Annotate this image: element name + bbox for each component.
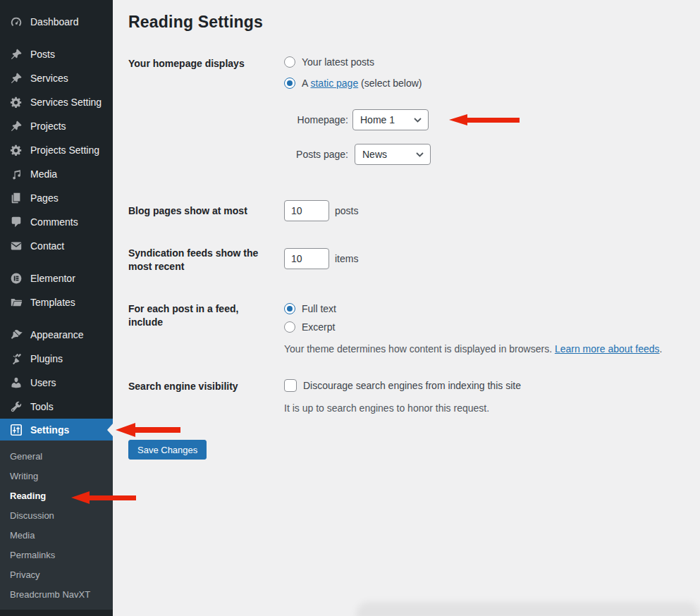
email-icon — [10, 240, 23, 252]
sidebar-item-posts[interactable]: Posts — [0, 42, 113, 66]
discourage-indexing-row[interactable]: Discourage search engines from indexing … — [284, 379, 521, 392]
submenu-item-breadcrumb-navxt[interactable]: Breadcrumb NavXT — [0, 585, 113, 605]
radio-circle[interactable] — [284, 321, 295, 333]
sidebar-item-label: Plugins — [30, 353, 63, 364]
media-icon — [10, 168, 23, 180]
syndication-unit: items — [335, 253, 358, 264]
sidebar-item-label: Projects — [30, 121, 66, 132]
sidebar-item-templates[interactable]: Templates — [0, 290, 113, 314]
sidebar-item-label: Templates — [30, 297, 75, 308]
search-visibility-note: It is up to search engines to honor this… — [284, 402, 489, 414]
chevron-down-icon — [414, 118, 422, 123]
sidebar-item-plugins[interactable]: Plugins — [0, 347, 113, 371]
sidebar-item-dashboard[interactable]: Dashboard — [0, 10, 113, 34]
radio-circle-checked[interactable] — [284, 303, 295, 314]
radio-circle[interactable] — [284, 56, 295, 68]
appearance-icon — [10, 328, 23, 341]
pin-icon — [10, 120, 23, 133]
blog-pages-label: Blog pages show at most — [128, 204, 269, 218]
homepage-select-label: Homepage: — [240, 114, 348, 125]
radio-excerpt-label[interactable]: Excerpt — [302, 321, 335, 333]
discourage-checkbox[interactable] — [284, 379, 297, 392]
sidebar-item-label: Services Setting — [30, 97, 102, 108]
sidebar-item-label: Tools — [30, 401, 54, 412]
blog-pages-input[interactable] — [284, 200, 329, 221]
radio-latest-posts[interactable]: Your latest posts — [284, 56, 374, 68]
annotation-arrow-reading — [71, 491, 136, 504]
radio-circle-checked[interactable] — [284, 78, 295, 89]
templates-icon — [10, 296, 23, 309]
plugins-icon — [10, 352, 23, 365]
sidebar-item-label: Elementor — [30, 273, 75, 284]
homepage-select[interactable]: Home 1 — [352, 109, 429, 130]
feed-note-text: Your theme determines how content is dis… — [284, 343, 555, 355]
submenu-item-permalinks[interactable]: Permalinks — [0, 546, 113, 565]
posts-page-select[interactable]: News — [355, 144, 431, 165]
sidebar-item-comments[interactable]: Comments — [0, 210, 113, 234]
sidebar-item-label: Appearance — [30, 329, 84, 340]
pin-icon — [10, 48, 23, 61]
settings-content: Reading Settings Your homepage displays … — [113, 0, 700, 616]
sidebar-item-label: Settings — [30, 424, 69, 436]
comments-icon — [10, 216, 23, 228]
tools-icon — [10, 400, 23, 413]
syndication-input[interactable] — [284, 248, 329, 269]
save-changes-button[interactable]: Save Changes — [128, 440, 207, 460]
radio-static-label: A static page (select below) — [302, 78, 422, 89]
radio-static-page[interactable]: A static page (select below) — [284, 78, 422, 89]
admin-menu: DashboardPostsServicesServices SettingPr… — [0, 0, 113, 419]
sidebar-item-projects[interactable]: Projects — [0, 114, 113, 138]
sidebar-item-pages[interactable]: Pages — [0, 186, 113, 210]
radio-latest-label[interactable]: Your latest posts — [302, 56, 374, 68]
bottom-shadow — [356, 602, 700, 616]
syndication-label: Syndication feeds show the most recent — [128, 247, 266, 273]
sidebar-item-label: Comments — [30, 216, 78, 228]
sidebar-item-label: Services — [30, 73, 68, 84]
radio-full-label[interactable]: Full text — [302, 303, 336, 314]
annotation-arrow-settings — [116, 423, 180, 437]
discourage-label[interactable]: Discourage search engines from indexing … — [303, 380, 521, 391]
pin-icon — [10, 72, 23, 85]
sidebar-item-elementor[interactable]: Elementor — [0, 266, 113, 290]
static-page-link[interactable]: static page — [310, 78, 358, 89]
pages-icon — [10, 192, 23, 204]
sidebar-item-users[interactable]: Users — [0, 371, 113, 395]
posts-page-select-label: Posts page: — [240, 149, 348, 160]
sidebar-item-contact[interactable]: Contact — [0, 234, 113, 258]
submenu-item-discussion[interactable]: Discussion — [0, 506, 113, 526]
sidebar-item-label: Posts — [30, 49, 55, 60]
sidebar-item-label: Contact — [30, 240, 64, 252]
gear-icon — [10, 144, 23, 156]
settings-icon — [10, 424, 23, 436]
learn-more-feeds-link[interactable]: Learn more about feeds — [555, 343, 660, 355]
wp-admin-page: DashboardPostsServicesServices SettingPr… — [0, 0, 700, 616]
feed-include-label: For each post in a feed, include — [128, 302, 248, 329]
radio-full-text[interactable]: Full text — [284, 303, 336, 314]
sidebar-item-projects-setting[interactable]: Projects Setting — [0, 138, 113, 162]
sidebar-item-label: Pages — [30, 192, 59, 204]
homepage-select-value: Home 1 — [360, 114, 395, 125]
sidebar-item-settings[interactable]: Settings — [0, 419, 113, 441]
elementor-icon — [10, 272, 23, 285]
sidebar-item-media[interactable]: Media — [0, 162, 113, 186]
feed-note-period: . — [660, 343, 663, 355]
radio-excerpt[interactable]: Excerpt — [284, 321, 335, 333]
sidebar-item-services-setting[interactable]: Services Setting — [0, 90, 113, 114]
submenu-item-general[interactable]: General — [0, 447, 113, 467]
feed-note: Your theme determines how content is dis… — [284, 343, 679, 355]
gear-icon — [10, 96, 23, 109]
submenu-item-media[interactable]: Media — [0, 526, 113, 546]
blog-pages-unit: posts — [335, 205, 358, 216]
settings-submenu: GeneralWritingReadingDiscussionMediaPerm… — [0, 441, 113, 610]
current-menu-arrow — [107, 424, 113, 436]
static-prefix: A — [302, 78, 310, 89]
homepage-displays-label: Your homepage displays — [128, 57, 245, 70]
dashboard-icon — [10, 16, 23, 28]
sidebar-item-label: Users — [30, 377, 56, 388]
chevron-down-icon — [416, 152, 424, 157]
sidebar-item-tools[interactable]: Tools — [0, 395, 113, 419]
submenu-item-writing[interactable]: Writing — [0, 467, 113, 486]
submenu-item-privacy[interactable]: Privacy — [0, 565, 113, 585]
sidebar-item-services[interactable]: Services — [0, 66, 113, 90]
sidebar-item-appearance[interactable]: Appearance — [0, 323, 113, 347]
